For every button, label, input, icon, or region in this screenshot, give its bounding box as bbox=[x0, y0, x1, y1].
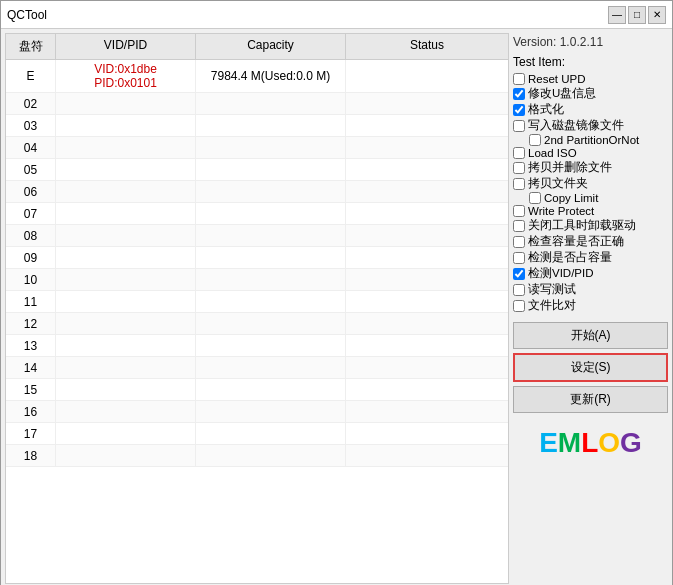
td-vid-pid bbox=[56, 379, 196, 400]
table-row[interactable]: 12 bbox=[6, 313, 508, 335]
td-capacity bbox=[196, 159, 346, 180]
checkbox-row-unload_driver: 关闭工具时卸载驱动 bbox=[513, 218, 668, 233]
td-vid-pid bbox=[56, 225, 196, 246]
table-row[interactable]: EVID:0x1dbe PID:0x01017984.4 M(Used:0.0 … bbox=[6, 60, 508, 93]
emlog-logo: E M L O G bbox=[513, 423, 668, 463]
checkbox-detect_vid_pid[interactable] bbox=[513, 268, 525, 280]
checkbox-row-write_protect: Write Protect bbox=[513, 205, 668, 217]
checkbox-row-detect_vid_pid: 检测VID/PID bbox=[513, 266, 668, 281]
table-row[interactable]: 06 bbox=[6, 181, 508, 203]
td-vid-pid bbox=[56, 445, 196, 466]
td-capacity bbox=[196, 269, 346, 290]
td-vid-pid: VID:0x1dbe PID:0x0101 bbox=[56, 60, 196, 92]
title-bar: QCTool — □ ✕ bbox=[1, 1, 672, 29]
checkbox-row-copy_limit: Copy Limit bbox=[529, 192, 668, 204]
checkbox-row-reset_upd: Reset UPD bbox=[513, 73, 668, 85]
main-window: QCTool — □ ✕ 盘符 VID/PID Capacity Status … bbox=[0, 0, 673, 585]
table-row[interactable]: 02 bbox=[6, 93, 508, 115]
checkbox-label-detect_vid_pid: 检测VID/PID bbox=[528, 266, 594, 281]
table-row[interactable]: 17 bbox=[6, 423, 508, 445]
table-row[interactable]: 11 bbox=[6, 291, 508, 313]
td-status bbox=[346, 60, 508, 92]
checkbox-load_iso[interactable] bbox=[513, 147, 525, 159]
checkbox-check_capacity[interactable] bbox=[513, 236, 525, 248]
td-capacity bbox=[196, 379, 346, 400]
td-status bbox=[346, 357, 508, 378]
table-row[interactable]: 04 bbox=[6, 137, 508, 159]
td-vid-pid bbox=[56, 401, 196, 422]
table-row[interactable]: 03 bbox=[6, 115, 508, 137]
table-body: EVID:0x1dbe PID:0x01017984.4 M(Used:0.0 … bbox=[6, 60, 508, 583]
checkbox-read_write_test[interactable] bbox=[513, 284, 525, 296]
checkbox-label-copy_limit: Copy Limit bbox=[544, 192, 598, 204]
checkbox-detect_capacity[interactable] bbox=[513, 252, 525, 264]
close-button[interactable]: ✕ bbox=[648, 6, 666, 24]
td-capacity bbox=[196, 423, 346, 444]
table-row[interactable]: 18 bbox=[6, 445, 508, 467]
td-disk-id: 17 bbox=[6, 423, 56, 444]
checkbox-label-reset_upd: Reset UPD bbox=[528, 73, 586, 85]
td-capacity bbox=[196, 93, 346, 114]
td-vid-pid bbox=[56, 357, 196, 378]
table-row[interactable]: 14 bbox=[6, 357, 508, 379]
update-button[interactable]: 更新(R) bbox=[513, 386, 668, 413]
checkbox-unload_driver[interactable] bbox=[513, 220, 525, 232]
checkboxes-container: Reset UPD修改U盘信息格式化写入磁盘镜像文件2nd PartitionO… bbox=[513, 73, 668, 314]
td-status bbox=[346, 115, 508, 136]
checkbox-label-unload_driver: 关闭工具时卸载驱动 bbox=[528, 218, 636, 233]
right-panel: Version: 1.0.2.11 Test Item: Reset UPD修改… bbox=[513, 33, 668, 584]
td-status bbox=[346, 159, 508, 180]
checkbox-copy_delete[interactable] bbox=[513, 162, 525, 174]
checkbox-label-copy_delete: 拷贝并删除文件 bbox=[528, 160, 612, 175]
td-vid-pid bbox=[56, 313, 196, 334]
td-disk-id: 05 bbox=[6, 159, 56, 180]
start-button[interactable]: 开始(A) bbox=[513, 322, 668, 349]
checkbox-format[interactable] bbox=[513, 104, 525, 116]
table-row[interactable]: 16 bbox=[6, 401, 508, 423]
td-vid-pid bbox=[56, 115, 196, 136]
td-disk-id: 08 bbox=[6, 225, 56, 246]
td-capacity bbox=[196, 291, 346, 312]
td-capacity: 7984.4 M(Used:0.0 M) bbox=[196, 60, 346, 92]
table-row[interactable]: 07 bbox=[6, 203, 508, 225]
table-row[interactable]: 09 bbox=[6, 247, 508, 269]
checkbox-label-read_write_test: 读写测试 bbox=[528, 282, 576, 297]
td-capacity bbox=[196, 137, 346, 158]
checkbox-copy_folder[interactable] bbox=[513, 178, 525, 190]
table-row[interactable]: 08 bbox=[6, 225, 508, 247]
td-vid-pid bbox=[56, 159, 196, 180]
minimize-button[interactable]: — bbox=[608, 6, 626, 24]
td-status bbox=[346, 313, 508, 334]
table-row[interactable]: 05 bbox=[6, 159, 508, 181]
td-capacity bbox=[196, 357, 346, 378]
checkbox-label-write_protect: Write Protect bbox=[528, 205, 594, 217]
td-vid-pid bbox=[56, 423, 196, 444]
table-row[interactable]: 13 bbox=[6, 335, 508, 357]
td-disk-id: 15 bbox=[6, 379, 56, 400]
test-item-label: Test Item: bbox=[513, 55, 668, 69]
device-table: 盘符 VID/PID Capacity Status EVID:0x1dbe P… bbox=[5, 33, 509, 584]
checkbox-second_partition[interactable] bbox=[529, 134, 541, 146]
td-vid-pid bbox=[56, 181, 196, 202]
checkbox-row-detect_capacity: 检测是否占容量 bbox=[513, 250, 668, 265]
checkbox-row-file_compare: 文件比对 bbox=[513, 298, 668, 313]
checkbox-file_compare[interactable] bbox=[513, 300, 525, 312]
checkbox-row-read_write_test: 读写测试 bbox=[513, 282, 668, 297]
td-disk-id: 11 bbox=[6, 291, 56, 312]
table-row[interactable]: 15 bbox=[6, 379, 508, 401]
td-capacity bbox=[196, 203, 346, 224]
checkbox-write_protect[interactable] bbox=[513, 205, 525, 217]
td-vid-pid bbox=[56, 203, 196, 224]
td-status bbox=[346, 247, 508, 268]
checkbox-modify_u_info[interactable] bbox=[513, 88, 525, 100]
checkbox-copy_limit[interactable] bbox=[529, 192, 541, 204]
td-capacity bbox=[196, 401, 346, 422]
settings-button[interactable]: 设定(S) bbox=[513, 353, 668, 382]
maximize-button[interactable]: □ bbox=[628, 6, 646, 24]
table-row[interactable]: 10 bbox=[6, 269, 508, 291]
td-status bbox=[346, 401, 508, 422]
logo-m: M bbox=[558, 427, 581, 459]
checkbox-reset_upd[interactable] bbox=[513, 73, 525, 85]
logo-l: L bbox=[581, 427, 598, 459]
checkbox-write_image[interactable] bbox=[513, 120, 525, 132]
